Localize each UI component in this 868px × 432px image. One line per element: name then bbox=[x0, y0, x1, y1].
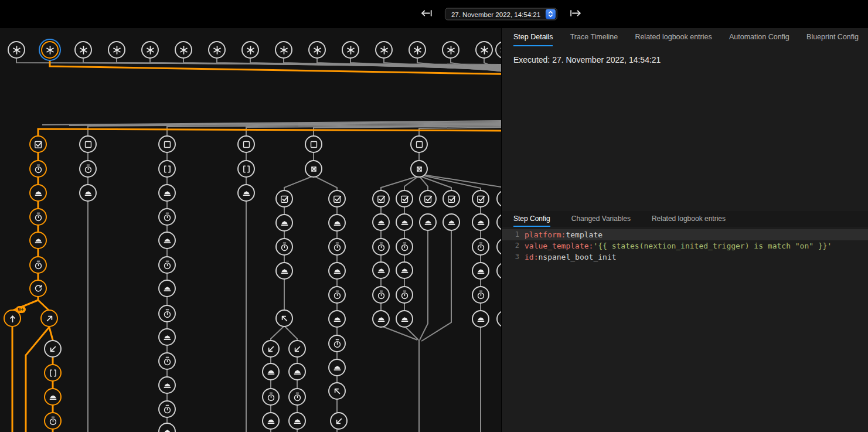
service-node[interactable] bbox=[396, 213, 413, 231]
brackets-node[interactable] bbox=[44, 364, 62, 382]
timer-node[interactable] bbox=[396, 286, 413, 304]
timer-node[interactable] bbox=[328, 335, 346, 352]
arrow-bottom-left-node[interactable] bbox=[288, 340, 306, 358]
service-node[interactable] bbox=[79, 184, 97, 202]
brackets-node[interactable] bbox=[158, 160, 176, 178]
trigger-node[interactable] bbox=[475, 41, 493, 59]
square-node[interactable] bbox=[79, 135, 97, 153]
timer-node[interactable] bbox=[372, 238, 390, 256]
timer-node[interactable] bbox=[288, 388, 306, 406]
service-node[interactable] bbox=[44, 388, 62, 406]
trigger-node[interactable] bbox=[8, 41, 25, 59]
service-node[interactable] bbox=[328, 310, 346, 328]
tab-automation-config[interactable]: Automation Config bbox=[729, 28, 789, 46]
service-node[interactable] bbox=[29, 184, 47, 202]
timer-node[interactable] bbox=[158, 208, 176, 226]
service-node[interactable] bbox=[158, 376, 176, 394]
square-node[interactable] bbox=[410, 135, 428, 153]
service-node[interactable] bbox=[396, 261, 413, 279]
condition-node[interactable] bbox=[472, 190, 489, 208]
service-node[interactable] bbox=[158, 232, 176, 249]
service-node[interactable] bbox=[288, 363, 306, 380]
service-node[interactable] bbox=[372, 213, 390, 231]
timer-node[interactable] bbox=[275, 238, 293, 256]
trigger-node[interactable] bbox=[375, 41, 393, 59]
service-node[interactable] bbox=[158, 184, 176, 202]
timer-node[interactable] bbox=[79, 160, 97, 178]
split-node[interactable] bbox=[305, 160, 322, 178]
service-node[interactable] bbox=[158, 328, 176, 346]
timer-node[interactable] bbox=[29, 256, 47, 274]
trigger-node[interactable] bbox=[409, 41, 426, 59]
config-tab-changed-variables[interactable]: Changed Variables bbox=[571, 211, 631, 227]
step-config-code-editor[interactable]: 1platform: template2value_template: '{{ … bbox=[502, 227, 868, 432]
trigger-node[interactable] bbox=[308, 41, 326, 59]
condition-node[interactable] bbox=[328, 190, 346, 208]
arrow-top-left-node[interactable] bbox=[275, 309, 293, 327]
service-node[interactable] bbox=[419, 213, 437, 231]
service-node[interactable] bbox=[372, 310, 390, 328]
previous-trace-button[interactable] bbox=[419, 6, 434, 23]
service-node[interactable] bbox=[372, 261, 390, 279]
timer-node[interactable] bbox=[158, 400, 176, 418]
arrow-top-left-node[interactable] bbox=[328, 382, 346, 400]
timer-node[interactable] bbox=[328, 286, 346, 304]
service-node[interactable] bbox=[472, 310, 489, 328]
brackets-node[interactable] bbox=[237, 160, 255, 178]
condition-node[interactable] bbox=[419, 190, 437, 208]
tab-trace-timeline[interactable]: Trace Timeline bbox=[570, 28, 618, 46]
trigger-node[interactable] bbox=[74, 41, 92, 59]
tab-related-logbook-entries[interactable]: Related logbook entries bbox=[635, 28, 712, 46]
service-node[interactable] bbox=[262, 363, 280, 380]
trigger-node[interactable] bbox=[141, 41, 159, 59]
repeat-node[interactable] bbox=[29, 280, 47, 297]
service-node[interactable] bbox=[158, 280, 176, 297]
timer-node[interactable] bbox=[158, 305, 176, 322]
service-node[interactable] bbox=[328, 359, 346, 376]
automation-trace-graph[interactable]: 9+ bbox=[0, 0, 501, 432]
square-node[interactable] bbox=[305, 135, 322, 153]
trace-run-select[interactable]: 27. November 2022, 14:54:21 bbox=[445, 8, 557, 21]
timer-node[interactable] bbox=[158, 352, 176, 370]
service-node[interactable] bbox=[328, 262, 346, 280]
service-node[interactable] bbox=[328, 214, 346, 232]
arrow-bottom-left-node[interactable] bbox=[44, 340, 62, 358]
condition-node[interactable] bbox=[275, 190, 293, 208]
condition-node[interactable] bbox=[396, 190, 413, 208]
service-node[interactable] bbox=[275, 262, 293, 280]
service-node[interactable] bbox=[275, 214, 293, 232]
tab-blueprint-config[interactable]: Blueprint Config bbox=[806, 28, 859, 46]
square-node[interactable] bbox=[237, 135, 255, 153]
condition-node[interactable] bbox=[372, 190, 390, 208]
timer-node[interactable] bbox=[328, 238, 346, 256]
split-node[interactable] bbox=[410, 160, 428, 178]
square-node[interactable] bbox=[158, 135, 176, 153]
arrow-bottom-left-node[interactable] bbox=[262, 340, 280, 358]
service-node[interactable] bbox=[237, 184, 255, 202]
service-node[interactable] bbox=[472, 262, 489, 280]
config-tab-step-config[interactable]: Step Config bbox=[513, 211, 550, 227]
condition-node[interactable] bbox=[29, 135, 47, 153]
trigger-node[interactable] bbox=[241, 41, 259, 59]
timer-node[interactable] bbox=[372, 286, 390, 304]
service-node[interactable] bbox=[262, 412, 280, 430]
config-tab-related-logbook-entries[interactable]: Related logbook entries bbox=[652, 211, 726, 227]
trigger-node[interactable] bbox=[208, 41, 226, 59]
next-trace-button[interactable] bbox=[568, 6, 583, 23]
service-node[interactable] bbox=[29, 232, 47, 249]
trigger-node[interactable] bbox=[108, 41, 125, 59]
arrow-bottom-left-node[interactable] bbox=[330, 412, 348, 430]
trigger-node[interactable] bbox=[175, 41, 192, 59]
service-node[interactable] bbox=[442, 213, 460, 231]
service-node[interactable] bbox=[288, 412, 306, 430]
condition-node[interactable] bbox=[442, 190, 460, 208]
tab-step-details[interactable]: Step Details bbox=[513, 28, 553, 46]
arrow-up-right-node[interactable] bbox=[40, 309, 58, 327]
trigger-node[interactable] bbox=[442, 41, 459, 59]
trigger-node[interactable] bbox=[41, 41, 59, 59]
timer-node[interactable] bbox=[472, 238, 489, 256]
timer-node[interactable] bbox=[29, 208, 47, 226]
timer-node[interactable] bbox=[158, 256, 176, 274]
timer-node[interactable] bbox=[262, 388, 280, 406]
service-node[interactable] bbox=[396, 310, 413, 328]
